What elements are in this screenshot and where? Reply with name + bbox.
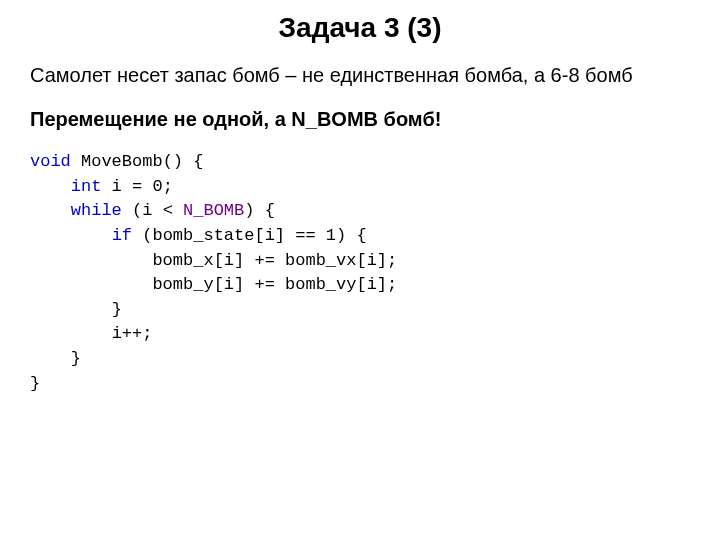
code-text: i = 0; (101, 177, 172, 196)
code-keyword: void (30, 152, 71, 171)
code-text: } (30, 374, 40, 393)
code-text: (bomb_state[i] == 1) { (132, 226, 367, 245)
code-text: bomb_y[i] += bomb_vy[i]; (152, 275, 397, 294)
code-block: void MoveBomb() { int i = 0; while (i < … (30, 150, 690, 396)
emphasis-text: Перемещение не одной, а N_BOMB бомб! (30, 106, 690, 132)
code-text: } (112, 300, 122, 319)
code-keyword: while (71, 201, 122, 220)
description-text: Самолет несет запас бомб – не единственн… (30, 62, 690, 88)
code-text: MoveBomb() { (71, 152, 204, 171)
code-keyword: int (71, 177, 102, 196)
code-text: (i < (122, 201, 183, 220)
code-text: ) { (244, 201, 275, 220)
code-text: bomb_x[i] += bomb_vx[i]; (152, 251, 397, 270)
code-text: } (71, 349, 81, 368)
slide-title: Задача 3 (3) (30, 12, 690, 44)
code-macro: N_BOMB (183, 201, 244, 220)
code-keyword: if (112, 226, 132, 245)
code-text: i++; (112, 324, 153, 343)
